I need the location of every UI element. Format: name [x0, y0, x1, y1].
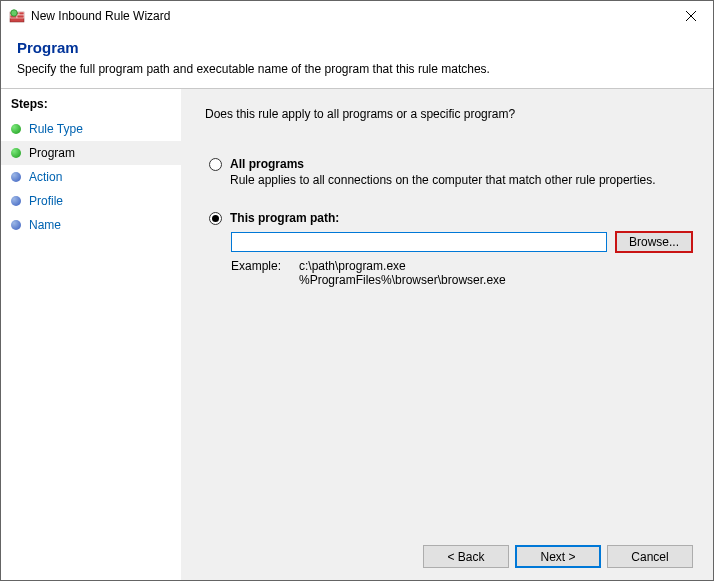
step-profile[interactable]: Profile — [1, 189, 181, 213]
option-texts: This program path: — [230, 211, 693, 225]
svg-point-6 — [11, 10, 17, 16]
example-label: Example: — [231, 259, 299, 287]
question-text: Does this rule apply to all programs or … — [205, 107, 693, 121]
option-all-programs[interactable]: All programs Rule applies to all connect… — [209, 157, 693, 187]
radio-all-programs[interactable] — [209, 158, 222, 171]
svg-rect-3 — [19, 12, 24, 15]
step-bullet-icon — [11, 220, 21, 230]
step-name[interactable]: Name — [1, 213, 181, 237]
radio-this-program-path[interactable] — [209, 212, 222, 225]
page-subtitle: Specify the full program path and execut… — [17, 62, 697, 76]
wizard-window: New Inbound Rule Wizard Program Specify … — [0, 0, 714, 581]
option-group: All programs Rule applies to all connect… — [209, 157, 693, 287]
sidebar-title: Steps: — [1, 97, 181, 117]
titlebar: New Inbound Rule Wizard — [1, 1, 713, 31]
option-label: This program path: — [230, 211, 693, 225]
step-bullet-icon — [11, 124, 21, 134]
step-bullet-icon — [11, 196, 21, 206]
step-label: Program — [29, 146, 75, 160]
step-label: Profile — [29, 194, 63, 208]
browse-button[interactable]: Browse... — [615, 231, 693, 253]
step-label: Name — [29, 218, 61, 232]
svg-rect-5 — [17, 15, 24, 18]
header: Program Specify the full program path an… — [1, 31, 713, 86]
footer: < Back Next > Cancel — [205, 535, 693, 568]
main-panel: Does this rule apply to all programs or … — [181, 89, 713, 580]
step-label: Action — [29, 170, 62, 184]
step-bullet-icon — [11, 172, 21, 182]
option-desc: Rule applies to all connections on the c… — [230, 173, 693, 187]
option-texts: All programs Rule applies to all connect… — [230, 157, 693, 187]
step-label: Rule Type — [29, 122, 83, 136]
example-text: c:\path\program.exe %ProgramFiles%\brows… — [299, 259, 506, 287]
program-path-input[interactable] — [231, 232, 607, 252]
step-action[interactable]: Action — [1, 165, 181, 189]
option-label: All programs — [230, 157, 693, 171]
step-program[interactable]: Program — [1, 141, 181, 165]
program-path-row: Browse... — [231, 231, 693, 253]
next-button[interactable]: Next > — [515, 545, 601, 568]
back-button[interactable]: < Back — [423, 545, 509, 568]
firewall-icon — [9, 8, 25, 24]
example-row: Example: c:\path\program.exe %ProgramFil… — [231, 259, 693, 287]
step-rule-type[interactable]: Rule Type — [1, 117, 181, 141]
body: Steps: Rule Type Program Action Profile … — [1, 89, 713, 580]
close-button[interactable] — [668, 1, 713, 31]
page-title: Program — [17, 39, 697, 56]
cancel-button[interactable]: Cancel — [607, 545, 693, 568]
window-title: New Inbound Rule Wizard — [31, 9, 668, 23]
step-bullet-icon — [11, 148, 21, 158]
sidebar: Steps: Rule Type Program Action Profile … — [1, 89, 181, 580]
option-this-program-path[interactable]: This program path: — [209, 211, 693, 225]
